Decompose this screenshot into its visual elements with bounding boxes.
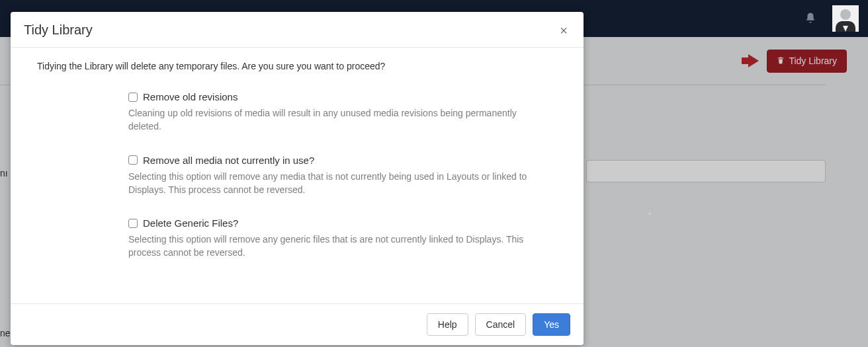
- option-label: Remove old revisions: [143, 91, 238, 102]
- option-remove-unused-media: Remove all media not currently in use? S…: [128, 155, 549, 197]
- loading-dot: [648, 212, 651, 215]
- cancel-button[interactable]: Cancel: [475, 313, 527, 336]
- modal-intro-text: Tidying the Library will delete any temp…: [37, 61, 557, 71]
- option-help-text: Selecting this option will remove any me…: [128, 170, 549, 197]
- modal-header: Tidy Library ×: [11, 12, 584, 48]
- bg-text-input[interactable]: [586, 160, 826, 182]
- tidy-library-button-label: Tidy Library: [789, 56, 837, 66]
- checkbox-delete-generic-files[interactable]: [128, 219, 138, 228]
- bg-label-fragment-2: ne: [0, 328, 11, 338]
- trash-icon: [777, 56, 785, 67]
- yes-button[interactable]: Yes: [533, 313, 570, 336]
- option-help-text: Selecting this option will remove any ge…: [128, 233, 549, 260]
- checkbox-remove-old-revisions[interactable]: [128, 93, 138, 102]
- tidy-library-button[interactable]: Tidy Library: [767, 50, 847, 73]
- tidy-library-modal: Tidy Library × Tidying the Library will …: [11, 12, 584, 345]
- help-button[interactable]: Help: [427, 313, 468, 336]
- avatar[interactable]: [832, 5, 859, 32]
- modal-body: Tidying the Library will delete any temp…: [11, 48, 584, 303]
- checkbox-remove-unused-media[interactable]: [128, 155, 138, 165]
- arrow-right-icon: [748, 54, 759, 67]
- modal-footer: Help Cancel Yes: [11, 303, 584, 345]
- option-label: Remove all media not currently in use?: [143, 155, 314, 166]
- option-help-text: Cleaning up old revisions of media will …: [128, 106, 549, 134]
- option-remove-old-revisions: Remove old revisions Cleaning up old rev…: [128, 91, 549, 134]
- close-icon[interactable]: ×: [557, 24, 570, 37]
- option-delete-generic-files: Delete Generic Files? Selecting this opt…: [128, 217, 549, 260]
- option-label: Delete Generic Files?: [143, 217, 238, 229]
- bg-label-fragment-1: nı: [0, 168, 8, 178]
- bell-icon[interactable]: [804, 11, 816, 26]
- modal-title: Tidy Library: [24, 22, 93, 38]
